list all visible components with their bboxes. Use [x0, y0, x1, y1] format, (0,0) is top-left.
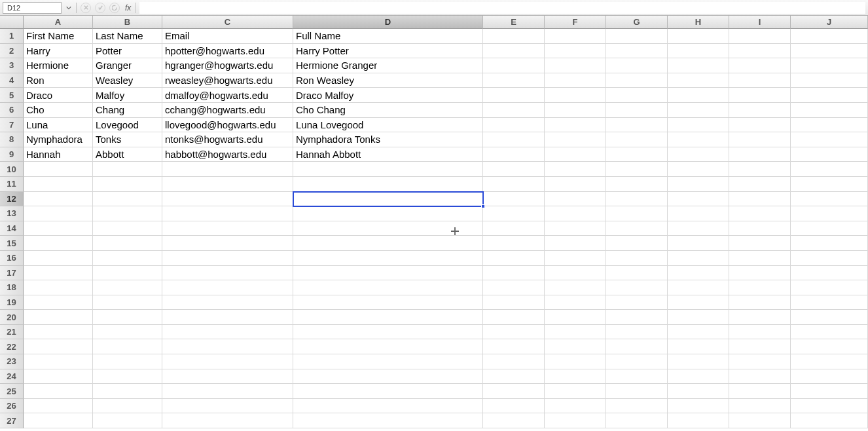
cell-B11[interactable] [93, 177, 162, 192]
cell-H4[interactable] [668, 73, 729, 88]
cell-F7[interactable] [545, 118, 606, 133]
cell-G27[interactable] [606, 413, 668, 428]
row-header-18[interactable]: 18 [0, 280, 24, 295]
cell-I3[interactable] [729, 58, 791, 73]
select-all-corner[interactable] [0, 16, 24, 29]
cell-F17[interactable] [545, 266, 606, 281]
cell-J15[interactable] [791, 236, 868, 251]
cell-D13[interactable] [293, 206, 483, 221]
cell-D15[interactable] [293, 236, 483, 251]
cell-D3[interactable]: Hermione Granger [293, 58, 483, 73]
cell-C25[interactable] [162, 384, 293, 399]
row-header-17[interactable]: 17 [0, 266, 24, 281]
cell-F21[interactable] [545, 325, 606, 340]
cell-F12[interactable] [545, 192, 606, 207]
row-header-25[interactable]: 25 [0, 384, 24, 399]
cell-I23[interactable] [729, 354, 791, 369]
cell-H21[interactable] [668, 325, 729, 340]
cell-I24[interactable] [729, 369, 791, 384]
cell-E8[interactable] [483, 132, 545, 147]
cell-C4[interactable]: rweasley@hogwarts.edu [162, 73, 293, 88]
cell-D6[interactable]: Cho Chang [293, 103, 483, 118]
cell-E17[interactable] [483, 266, 545, 281]
cell-G15[interactable] [606, 236, 668, 251]
cell-G8[interactable] [606, 132, 668, 147]
cell-D2[interactable]: Harry Potter [293, 44, 483, 59]
cell-I13[interactable] [729, 206, 791, 221]
name-box[interactable]: D12 [3, 2, 62, 14]
cell-I19[interactable] [729, 295, 791, 310]
formula-input[interactable] [139, 2, 865, 14]
cell-H10[interactable] [668, 162, 729, 177]
cell-I5[interactable] [729, 88, 791, 103]
cell-C3[interactable]: hgranger@hogwarts.edu [162, 58, 293, 73]
row-header-15[interactable]: 15 [0, 236, 24, 251]
cell-H14[interactable] [668, 221, 729, 236]
cell-A19[interactable] [24, 295, 93, 310]
cell-C2[interactable]: hpotter@hogwarts.edu [162, 44, 293, 59]
cell-F20[interactable] [545, 310, 606, 325]
cell-B18[interactable] [93, 280, 162, 295]
cell-E4[interactable] [483, 73, 545, 88]
cell-A4[interactable]: Ron [24, 73, 93, 88]
cell-H6[interactable] [668, 103, 729, 118]
cell-D21[interactable] [293, 325, 483, 340]
enter-icon[interactable] [95, 3, 105, 13]
cell-E7[interactable] [483, 118, 545, 133]
cell-D20[interactable] [293, 310, 483, 325]
row-header-22[interactable]: 22 [0, 339, 24, 354]
cell-E15[interactable] [483, 236, 545, 251]
column-header-D[interactable]: D [293, 16, 483, 29]
cell-H7[interactable] [668, 118, 729, 133]
cell-E14[interactable] [483, 221, 545, 236]
cell-G19[interactable] [606, 295, 668, 310]
cell-C21[interactable] [162, 325, 293, 340]
cell-J4[interactable] [791, 73, 868, 88]
row-header-16[interactable]: 16 [0, 251, 24, 266]
cell-A3[interactable]: Hermione [24, 58, 93, 73]
cell-G12[interactable] [606, 192, 668, 207]
cell-J5[interactable] [791, 88, 868, 103]
row-header-24[interactable]: 24 [0, 369, 24, 384]
cell-B20[interactable] [93, 310, 162, 325]
fx-label[interactable]: fx [125, 3, 131, 12]
cell-J19[interactable] [791, 295, 868, 310]
cell-I8[interactable] [729, 132, 791, 147]
row-header-12[interactable]: 12 [0, 192, 24, 207]
cell-E22[interactable] [483, 339, 545, 354]
cell-I2[interactable] [729, 44, 791, 59]
cell-F2[interactable] [545, 44, 606, 59]
cell-G6[interactable] [606, 103, 668, 118]
cell-J2[interactable] [791, 44, 868, 59]
cell-D16[interactable] [293, 251, 483, 266]
cell-E2[interactable] [483, 44, 545, 59]
cell-C24[interactable] [162, 369, 293, 384]
cell-I9[interactable] [729, 147, 791, 162]
row-header-21[interactable]: 21 [0, 325, 24, 340]
cell-B13[interactable] [93, 206, 162, 221]
column-header-F[interactable]: F [545, 16, 606, 29]
cell-A13[interactable] [24, 206, 93, 221]
cell-C11[interactable] [162, 177, 293, 192]
cell-D10[interactable] [293, 162, 483, 177]
cell-J25[interactable] [791, 384, 868, 399]
row-header-7[interactable]: 7 [0, 118, 24, 133]
cell-D22[interactable] [293, 339, 483, 354]
cell-J3[interactable] [791, 58, 868, 73]
cell-I6[interactable] [729, 103, 791, 118]
cell-D1[interactable]: Full Name [293, 29, 483, 44]
row-header-19[interactable]: 19 [0, 295, 24, 310]
cell-J16[interactable] [791, 251, 868, 266]
cell-H20[interactable] [668, 310, 729, 325]
cell-A24[interactable] [24, 369, 93, 384]
column-header-G[interactable]: G [606, 16, 668, 29]
cell-D18[interactable] [293, 280, 483, 295]
cell-I7[interactable] [729, 118, 791, 133]
cell-E19[interactable] [483, 295, 545, 310]
cell-D19[interactable] [293, 295, 483, 310]
cell-F13[interactable] [545, 206, 606, 221]
cell-E25[interactable] [483, 384, 545, 399]
cell-J20[interactable] [791, 310, 868, 325]
cell-D7[interactable]: Luna Lovegood [293, 118, 483, 133]
row-header-3[interactable]: 3 [0, 58, 24, 73]
